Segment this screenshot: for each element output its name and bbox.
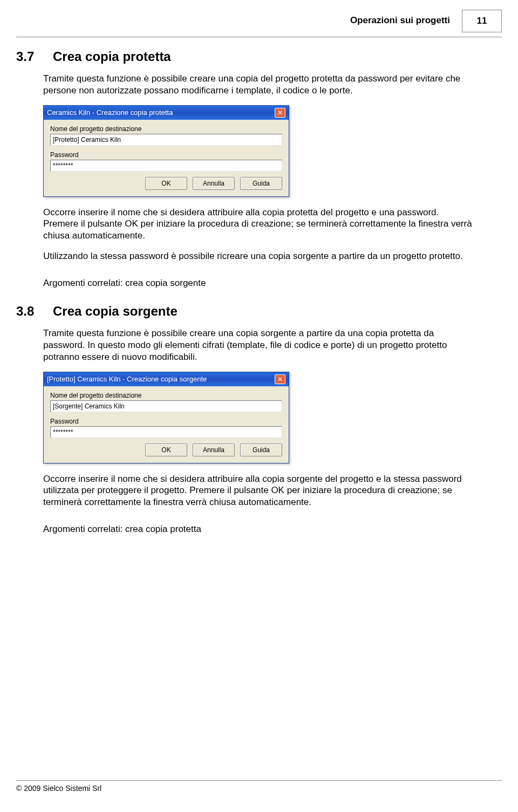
help-button[interactable]: Guida — [240, 443, 282, 456]
section-number-38: 3.8 — [16, 304, 43, 319]
cancel-button[interactable]: Annulla — [193, 443, 235, 456]
input-destinazione[interactable]: [Sorgente] Ceramics Kiln — [50, 400, 282, 412]
label-destinazione: Nome del progetto destinazione — [50, 392, 282, 399]
dialog-crea-copia-sorgente: [Protetto] Ceramics Kiln - Creazione cop… — [43, 372, 289, 463]
section-title-38: Crea copia sorgente — [53, 304, 178, 319]
help-button[interactable]: Guida — [240, 177, 282, 190]
close-icon[interactable]: ✕ — [275, 374, 285, 384]
dialog-title: Ceramics Kiln - Creazione copia protetta — [47, 108, 173, 117]
footer-copyright: © 2009 Sielco Sistemi Srl — [16, 784, 101, 793]
page-number: 11 — [462, 10, 502, 32]
page-header-title: Operazioni sui progetti — [350, 15, 450, 26]
section-37-intro: Tramite questa funzione è possibile crea… — [43, 73, 475, 97]
ok-button[interactable]: OK — [145, 177, 187, 190]
label-destinazione: Nome del progetto destinazione — [50, 125, 282, 133]
input-password[interactable]: ******** — [50, 160, 282, 172]
input-password[interactable]: ******** — [50, 426, 282, 438]
label-password: Password — [50, 418, 282, 425]
input-destinazione[interactable]: [Protetto] Ceramics Kiln — [50, 134, 282, 146]
section-38-intro: Tramite questa funzione è possibile crea… — [43, 327, 475, 363]
label-password: Password — [50, 151, 282, 159]
ok-button[interactable]: OK — [145, 443, 187, 456]
section-37-related: Argomenti correlati: crea copia sorgente — [43, 277, 475, 289]
section-38-para1: Occorre inserire il nome che si desidera… — [43, 473, 475, 508]
dialog-crea-copia-protetta: Ceramics Kiln - Creazione copia protetta… — [43, 105, 289, 197]
close-icon[interactable]: ✕ — [275, 108, 285, 118]
cancel-button[interactable]: Annulla — [193, 177, 235, 190]
section-38-related: Argomenti correlati: crea copia protetta — [43, 523, 475, 535]
dialog-title: [Protetto] Ceramics Kiln - Creazione cop… — [47, 375, 207, 383]
section-37-para1: Occorre inserire il nome che si desidera… — [43, 207, 475, 242]
section-title-37: Crea copia protetta — [53, 49, 171, 64]
section-number-37: 3.7 — [16, 49, 43, 64]
section-37-para2: Utilizzando la stessa password è possibi… — [43, 250, 475, 262]
